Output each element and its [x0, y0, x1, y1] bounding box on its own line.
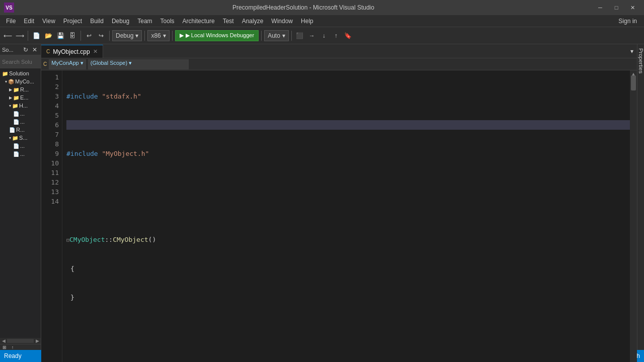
toolbar-breakpoint[interactable]: ⬛	[294, 30, 305, 41]
tree-item-h-file1[interactable]: 📄 ...	[0, 110, 41, 118]
line-num-9: 9	[41, 149, 59, 158]
expand-arrow-s: ▾	[9, 136, 11, 140]
platform-dropdown[interactable]: x86 ▾	[147, 30, 169, 41]
toolbar-step-into[interactable]: ↓	[318, 30, 330, 41]
tree-item-r[interactable]: ▶ 📁 R...	[0, 85, 41, 94]
menu-file[interactable]: File	[2, 17, 20, 26]
code-line-9	[66, 321, 633, 331]
line-num-5: 5	[41, 111, 59, 120]
menu-test[interactable]: Test	[219, 17, 238, 26]
sol-scroll-right[interactable]: ▶	[34, 338, 41, 344]
toolbar-save[interactable]: 💾	[55, 30, 66, 41]
string-stdafx: "stdafx.h"	[102, 93, 141, 100]
code-content[interactable]: #include "stdafx.h" #include "MyObject.h…	[62, 70, 637, 362]
code-line-10	[66, 350, 633, 359]
code-line-3: #include "MyObject.h"	[66, 149, 633, 158]
toolbar-save-all[interactable]: 🗄	[67, 30, 78, 41]
sol-scrollbar-track[interactable]	[7, 339, 34, 343]
code-line-8: }	[66, 293, 633, 302]
menu-analyze[interactable]: Analyze	[238, 17, 268, 26]
debug-config-dropdown[interactable]: Debug ▾	[112, 30, 142, 41]
solution-search-input[interactable]	[2, 59, 39, 65]
vs-logo: VS	[4, 3, 14, 13]
toolbar-step-out[interactable]: ↑	[331, 30, 342, 41]
tab-close-button[interactable]: ✕	[93, 48, 98, 55]
solution-search[interactable]	[0, 55, 41, 68]
toolbar-redo[interactable]: ↪	[96, 30, 107, 41]
toolbar-separator-5	[172, 31, 173, 41]
tab-dropdown-btn[interactable]: ▾	[627, 45, 637, 58]
menu-edit[interactable]: Edit	[20, 17, 38, 26]
window-controls: ─ □ ✕	[593, 3, 640, 13]
folder-icon-r: 📁	[13, 87, 19, 93]
menu-view[interactable]: View	[38, 17, 59, 26]
tree-item-r2[interactable]: 📄 R...	[0, 126, 41, 134]
line-num-13: 13	[41, 187, 59, 197]
run-button[interactable]: ▶ ▶ Local Windows Debugger	[175, 30, 259, 41]
code-line-6: ⊟CMyObject::CMyObject()	[66, 235, 633, 245]
window-title: PrecompiledHeaderSolution - Microsoft Vi…	[17, 4, 590, 11]
scroll-thumb[interactable]	[631, 75, 636, 90]
tree-item-s-file2[interactable]: 📄 ...	[0, 150, 41, 158]
menu-project[interactable]: Project	[59, 17, 86, 26]
editor-area: C MyObject.cpp ✕ ▾ C MyConApp ▾ (Global …	[41, 44, 637, 362]
tree-item-e[interactable]: ▶ 📁 E...	[0, 94, 41, 102]
tab-bar: C MyObject.cpp ✕ ▾	[41, 44, 637, 58]
line-num-1: 1	[41, 72, 59, 82]
folder-icon-e: 📁	[13, 95, 19, 101]
toolbar-nav-forward[interactable]: ⟶	[14, 30, 25, 41]
punct-2: ()	[148, 236, 156, 243]
tree-item-h[interactable]: ▾ 📁 H...	[0, 102, 41, 110]
toolbar-nav-back[interactable]: ⟵	[2, 30, 13, 41]
menu-window[interactable]: Window	[267, 17, 297, 26]
toolbar-step-over[interactable]: →	[306, 30, 317, 41]
toolbar-new-project[interactable]: 📄	[31, 30, 42, 41]
toolbar: ⟵ ⟶ 📄 📂 💾 🗄 ↩ ↪ Debug ▾ x86 ▾ ▶ ▶ Local …	[0, 27, 644, 44]
tab-cpp-icon: C	[46, 49, 50, 54]
tab-myobject-cpp[interactable]: C MyObject.cpp ✕	[41, 45, 103, 58]
file-icon-s2: 📄	[13, 151, 19, 157]
nav-scope-dropdown[interactable]: (Global Scope) ▾	[88, 59, 189, 69]
menu-tools[interactable]: Tools	[156, 17, 179, 26]
tree-item-s-file1[interactable]: 📄 ...	[0, 142, 41, 150]
menu-build[interactable]: Build	[86, 17, 108, 26]
sol-close-btn[interactable]: ✕	[31, 46, 39, 54]
file-icon-2: 📄	[13, 119, 19, 125]
menu-team[interactable]: Team	[133, 17, 156, 26]
toolbar-bookmark[interactable]: 🔖	[343, 30, 354, 41]
sol-bottom-btn2[interactable]: ↑	[9, 344, 16, 350]
sol-scroll-left[interactable]: ◀	[0, 338, 7, 344]
toolbar-open[interactable]: 📂	[43, 30, 54, 41]
expand-arrow: ▾	[5, 79, 7, 84]
sol-bottom-btn1[interactable]: ⊞	[1, 344, 8, 350]
main-layout: So... ↻ ✕ 📁 Solution ▾ 📦 MyCo... ▶ 📁 R..…	[0, 44, 644, 350]
menu-help[interactable]: Help	[297, 17, 317, 26]
sol-sync-btn[interactable]: ↻	[22, 46, 30, 54]
toolbar-undo[interactable]: ↩	[84, 30, 95, 41]
tree-item-solution[interactable]: 📁 Solution	[0, 69, 41, 77]
maximize-button[interactable]: □	[609, 3, 624, 13]
toolbar-separator-3	[109, 31, 110, 41]
menu-architecture[interactable]: Architecture	[179, 17, 219, 26]
solution-icon: 📁	[2, 71, 8, 76]
toolbar-separator-1	[28, 31, 28, 41]
properties-label[interactable]: Properties	[638, 48, 644, 73]
line-num-14: 14	[41, 197, 59, 206]
tree-item-myco[interactable]: ▾ 📦 MyCo...	[0, 77, 41, 85]
file-icon-r2: 📄	[9, 127, 15, 133]
file-icon-1: 📄	[13, 111, 19, 117]
line-num-12: 12	[41, 177, 59, 187]
nav-class-dropdown[interactable]: MyConApp ▾	[49, 59, 86, 69]
sign-in-link[interactable]: Sign in	[613, 17, 642, 26]
tree-item-s[interactable]: ▾ 📁 S...	[0, 134, 41, 142]
tree-item-h-file2[interactable]: 📄 ...	[0, 118, 41, 126]
minimize-button[interactable]: ─	[593, 3, 608, 13]
solution-config-dropdown[interactable]: Auto ▾	[264, 30, 289, 41]
editor-vertical-scrollbar[interactable]: ▲ ▼	[630, 70, 637, 362]
nav-file-icon: C	[43, 61, 47, 67]
menu-debug[interactable]: Debug	[108, 17, 133, 26]
line-num-3: 3	[41, 92, 59, 101]
status-ready: Ready	[4, 352, 22, 359]
method-name-1: CMyObject	[113, 236, 148, 243]
close-button[interactable]: ✕	[625, 3, 640, 13]
